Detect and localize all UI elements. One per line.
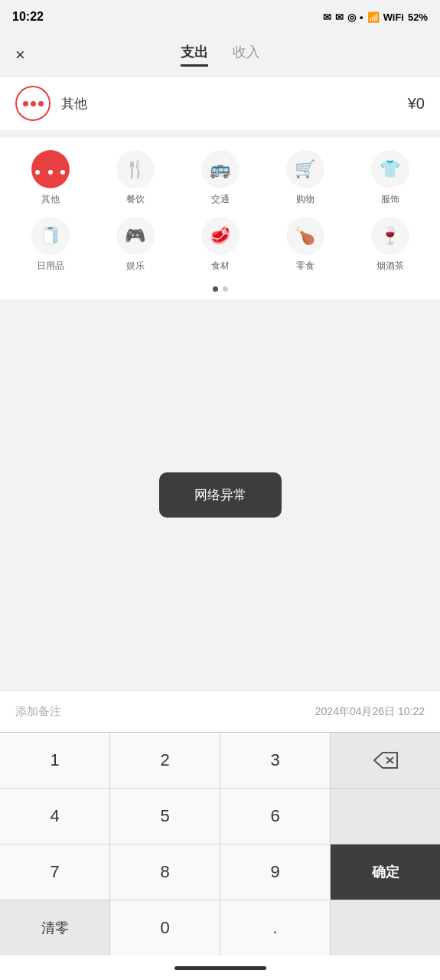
category-item-clothing[interactable]: 👕 服饰 <box>347 150 432 206</box>
category-header: 其他 ¥0 <box>0 77 440 130</box>
mail-icon: ✉ <box>323 11 331 23</box>
category-item-alcohol[interactable]: 🍷 烟酒茶 <box>347 217 432 273</box>
shopping-label: 购物 <box>296 193 315 206</box>
key-empty-1 <box>331 789 440 844</box>
key-3[interactable]: 3 <box>220 733 331 788</box>
food-icon: 🥩 <box>201 217 240 255</box>
amount-display: ¥0 <box>408 95 425 113</box>
alcohol-label: 烟酒茶 <box>376 260 404 273</box>
home-bar <box>174 966 266 970</box>
mail2-icon: ✉ <box>335 11 344 23</box>
category-item-shopping[interactable]: 🛒 购物 <box>262 150 347 206</box>
shopping-icon: 🛒 <box>286 150 324 188</box>
numpad: 1 2 3 4 5 6 7 8 9 确定 清零 0 . <box>0 732 440 956</box>
key-5[interactable]: 5 <box>110 789 220 844</box>
selected-category-icon <box>15 86 51 121</box>
alcohol-icon: 🍷 <box>371 217 409 255</box>
category-grid: 其他 🍴 餐饮 🚌 交通 🛒 购物 👕 服饰 🧻 日用品 🎮 <box>8 150 432 273</box>
key-0[interactable]: 0 <box>110 900 220 956</box>
numpad-row-3: 7 8 9 确定 <box>0 844 440 900</box>
dining-label: 餐饮 <box>126 193 145 206</box>
page-dot-2 <box>223 286 228 292</box>
key-confirm[interactable]: 确定 <box>331 844 440 900</box>
nav-tabs: 支出 收入 <box>181 43 260 67</box>
dining-icon: 🍴 <box>116 150 155 188</box>
key-dot[interactable]: . <box>220 900 331 956</box>
key-2[interactable]: 2 <box>110 733 220 788</box>
category-item-entertainment[interactable]: 🎮 娱乐 <box>93 217 178 273</box>
battery-icon: 52% <box>408 11 428 23</box>
category-item-food[interactable]: 🥩 食材 <box>178 217 262 273</box>
clothing-label: 服饰 <box>381 193 399 206</box>
key-4[interactable]: 4 <box>0 789 110 844</box>
category-item-dining[interactable]: 🍴 餐饮 <box>93 150 178 206</box>
signal-icon: 📶 <box>367 11 380 23</box>
category-item-daily[interactable]: 🧻 日用品 <box>8 217 93 273</box>
selected-category-name: 其他 <box>61 95 87 113</box>
key-7[interactable]: 7 <box>0 844 110 900</box>
snacks-label: 零食 <box>296 260 315 273</box>
middle-area: 网络异常 <box>0 299 440 691</box>
category-left: 其他 <box>15 86 87 121</box>
key-6[interactable]: 6 <box>220 789 331 844</box>
entertainment-icon: 🎮 <box>116 217 155 255</box>
entertainment-label: 娱乐 <box>126 260 145 273</box>
clothing-icon: 👕 <box>371 150 409 188</box>
bottom-toolbar: 添加备注 2024年04月26日 10:22 <box>0 691 440 732</box>
status-bar: 10:22 ✉ ✉ ◎ • 📶 WiFi 52% <box>0 0 440 34</box>
numpad-row-1: 1 2 3 <box>0 733 440 789</box>
compass-icon: ◎ <box>347 11 356 23</box>
tab-expense[interactable]: 支出 <box>181 43 208 67</box>
top-nav: × 支出 收入 <box>0 34 440 77</box>
numpad-row-2: 4 5 6 <box>0 789 440 844</box>
daily-icon: 🧻 <box>31 217 70 255</box>
numpad-row-4: 清零 0 . <box>0 900 440 956</box>
close-button[interactable]: × <box>15 45 25 65</box>
other-label: 其他 <box>41 193 60 206</box>
tab-income[interactable]: 收入 <box>233 43 260 67</box>
add-note-button[interactable]: 添加备注 <box>15 704 61 719</box>
other-icon <box>31 150 70 188</box>
key-empty-2 <box>331 900 440 956</box>
transport-icon: 🚌 <box>201 150 240 188</box>
date-time-display: 2024年04月26日 10:22 <box>315 705 425 719</box>
daily-label: 日用品 <box>37 260 64 273</box>
network-error-badge: 网络异常 <box>159 472 282 518</box>
key-8[interactable]: 8 <box>110 844 220 900</box>
key-delete[interactable] <box>331 733 440 788</box>
backspace-icon <box>373 752 398 769</box>
home-indicator <box>0 956 440 980</box>
snacks-icon: 🍗 <box>286 217 324 255</box>
food-label: 食材 <box>211 260 230 273</box>
wifi-icon: WiFi <box>383 11 404 23</box>
page-dot-1 <box>213 286 218 292</box>
category-item-snacks[interactable]: 🍗 零食 <box>262 217 347 273</box>
transport-label: 交通 <box>211 193 230 206</box>
key-1[interactable]: 1 <box>0 733 110 788</box>
status-icons: ✉ ✉ ◎ • 📶 WiFi 52% <box>323 11 428 23</box>
pagination-dots <box>0 277 440 299</box>
category-grid-wrapper: 其他 🍴 餐饮 🚌 交通 🛒 购物 👕 服饰 🧻 日用品 🎮 <box>0 138 440 277</box>
key-9[interactable]: 9 <box>220 844 331 900</box>
status-time: 10:22 <box>12 10 44 24</box>
category-item-other[interactable]: 其他 <box>8 150 93 206</box>
key-clear[interactable]: 清零 <box>0 900 110 956</box>
category-item-transport[interactable]: 🚌 交通 <box>178 150 262 206</box>
circle-icon: • <box>360 11 363 23</box>
